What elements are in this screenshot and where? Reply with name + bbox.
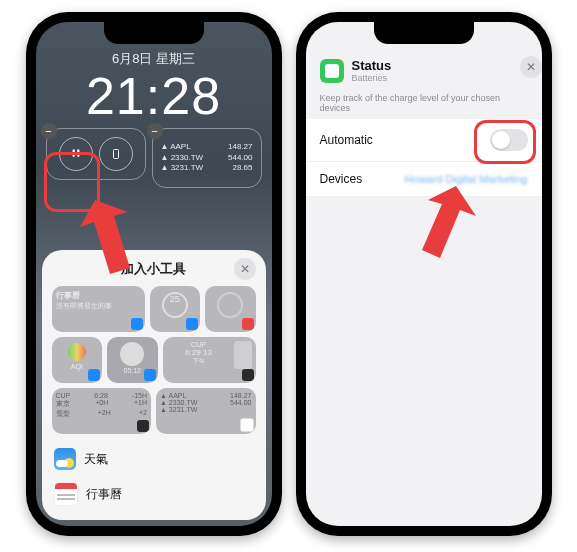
app-badge-icon xyxy=(88,369,100,381)
svg-rect-0 xyxy=(113,150,118,159)
widget-sheet: 加入小工具 ✕ 行事曆 沒有即將發生的事 25 xyxy=(42,250,266,520)
app-badge-icon xyxy=(242,318,254,330)
status-title: Status xyxy=(352,58,528,73)
svg-marker-1 xyxy=(80,200,130,274)
close-icon[interactable]: ✕ xyxy=(234,258,256,280)
lock-date: 6月8日 星期三 xyxy=(36,22,272,68)
status-subtitle: Batteries xyxy=(352,73,528,83)
settings-description: Keep track of the charge level of your c… xyxy=(306,93,542,119)
row-automatic: Automatic xyxy=(306,119,542,162)
circ-val: 25 xyxy=(150,294,201,304)
app-badge-icon xyxy=(186,318,198,330)
widget-card-aqi[interactable]: AQI xyxy=(52,337,103,383)
widget-card-clock[interactable]: 05:12 xyxy=(107,337,158,383)
widget-slot-icons[interactable]: − xyxy=(46,128,146,180)
airpods-icon[interactable] xyxy=(59,137,93,171)
stock-val: 148.27 xyxy=(228,142,252,152)
arrow-left xyxy=(80,192,150,282)
widget-card-cup[interactable]: CUP6:28-15H 東京+0H+1H 雪梨+2H+2 xyxy=(52,388,152,434)
card-sub: 沒有即將發生的事 xyxy=(56,301,141,311)
widget-card-calendar[interactable]: 行事曆 沒有即將發生的事 xyxy=(52,286,145,332)
weather-icon xyxy=(54,448,76,470)
widget-card-world-clock[interactable]: CUP 6:29 13 下午 xyxy=(163,337,256,383)
calendar-icon xyxy=(54,482,78,506)
remove-widget-icon[interactable]: − xyxy=(41,123,57,139)
row-label: Devices xyxy=(320,172,363,186)
widget-slot-stocks[interactable]: − ▲ AAPL148.27 ▲ 2330.TW544.00 ▲ 3231.TW… xyxy=(152,128,262,188)
widget-card-stocks[interactable]: ▲ AAPL148.27 ▲ 2330.TW544.00 ▲ 3231.TW xyxy=(156,388,256,434)
app-badge-icon xyxy=(242,369,254,381)
widget-card-rings[interactable] xyxy=(205,286,256,332)
app-badge-icon xyxy=(137,420,149,432)
app-row-calendar[interactable]: 行事曆 xyxy=(52,476,256,512)
device-icon[interactable] xyxy=(99,137,133,171)
phone-left: 6月8日 星期三 21:28 − − xyxy=(26,12,282,536)
svg-marker-2 xyxy=(422,186,476,258)
card-title: 行事曆 xyxy=(56,290,141,301)
lock-screen: 6月8日 星期三 21:28 − − xyxy=(36,22,272,526)
app-label: 行事曆 xyxy=(86,486,122,503)
row-label: Automatic xyxy=(320,133,373,147)
stock-sym: ▲ AAPL xyxy=(161,142,191,152)
automatic-toggle[interactable] xyxy=(490,129,528,151)
app-badge-icon xyxy=(144,369,156,381)
lock-time: 21:28 xyxy=(36,70,272,122)
stock-val: 28.65 xyxy=(232,163,252,173)
app-row-weather[interactable]: 天氣 xyxy=(52,442,256,476)
calendar-app-badge-icon xyxy=(131,318,143,330)
close-icon[interactable]: ✕ xyxy=(520,56,542,78)
stock-sym: ▲ 3231.TW xyxy=(161,163,204,173)
phone-right: Status Batteries ✕ Keep track of the cha… xyxy=(296,12,552,536)
settings-screen: Status Batteries ✕ Keep track of the cha… xyxy=(306,22,542,526)
app-label: 天氣 xyxy=(84,451,108,468)
stock-sym: ▲ 2330.TW xyxy=(161,153,204,163)
stock-val: 544.00 xyxy=(228,153,252,163)
arrow-right xyxy=(416,180,484,264)
wt: 6:29 13 xyxy=(167,348,231,357)
remove-widget-icon[interactable]: − xyxy=(147,123,163,139)
status-app-icon xyxy=(320,59,344,83)
app-badge-icon xyxy=(240,418,254,432)
widget-card-circle[interactable]: 25 xyxy=(150,286,201,332)
